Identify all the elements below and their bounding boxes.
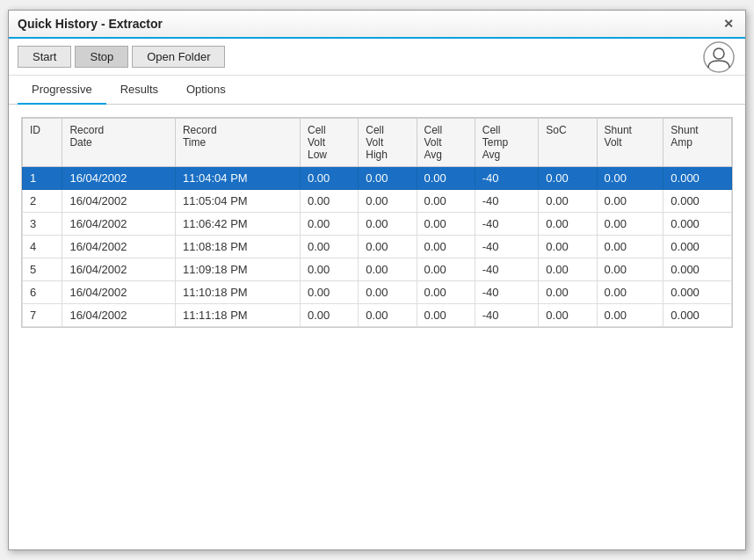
table-row[interactable]: 116/04/200211:04:04 PM0.000.000.00-400.0… [23, 167, 732, 190]
col-header-cell-temp-avg: CellTempAvg [475, 119, 539, 167]
cell-cell_volt_avg: 0.00 [417, 258, 475, 281]
start-button[interactable]: Start [18, 46, 71, 68]
cell-shunt_amp: 0.000 [663, 236, 732, 258]
col-header-soc: SoC [539, 119, 597, 167]
cell-soc: 0.00 [539, 281, 597, 304]
table-row[interactable]: 416/04/200211:08:18 PM0.000.000.00-400.0… [23, 236, 732, 258]
cell-id: 5 [23, 258, 62, 281]
cell-shunt_amp: 0.000 [663, 213, 732, 236]
cell-id: 1 [23, 167, 62, 190]
cell-cell_volt_low: 0.00 [301, 190, 359, 213]
cell-cell_volt_avg: 0.00 [417, 304, 475, 327]
cell-cell_volt_high: 0.00 [359, 304, 417, 327]
content-area: ID RecordDate RecordTime CellVoltLow Cel… [9, 105, 745, 549]
cell-cell_volt_low: 0.00 [301, 167, 359, 190]
tab-results[interactable]: Results [106, 76, 172, 105]
cell-record_date: 16/04/2002 [62, 213, 176, 236]
cell-cell_volt_avg: 0.00 [417, 236, 475, 258]
cell-id: 3 [23, 213, 62, 236]
cell-record_time: 11:05:04 PM [175, 190, 300, 213]
cell-cell_volt_avg: 0.00 [417, 213, 475, 236]
tab-options[interactable]: Options [172, 76, 240, 105]
cell-id: 2 [23, 190, 62, 213]
cell-cell_temp_avg: -40 [475, 190, 539, 213]
tabs-bar: Progressive Results Options [9, 76, 745, 105]
col-header-shunt-amp: ShuntAmp [663, 119, 732, 167]
cell-cell_temp_avg: -40 [475, 304, 539, 327]
cell-cell_volt_high: 0.00 [359, 213, 417, 236]
cell-cell_volt_avg: 0.00 [417, 167, 475, 190]
main-window: Quick History - Extractor ✕ Start Stop O… [8, 10, 746, 550]
cell-cell_volt_high: 0.00 [359, 281, 417, 304]
stop-button[interactable]: Stop [75, 46, 128, 68]
toolbar: Start Stop Open Folder [9, 39, 745, 76]
cell-cell_temp_avg: -40 [475, 236, 539, 258]
table-body: 116/04/200211:04:04 PM0.000.000.00-400.0… [23, 167, 732, 327]
cell-id: 6 [23, 281, 62, 304]
cell-shunt_volt: 0.00 [597, 213, 663, 236]
cell-shunt_amp: 0.000 [663, 304, 732, 327]
cell-shunt_volt: 0.00 [597, 236, 663, 258]
cell-cell_volt_high: 0.00 [359, 167, 417, 190]
window-title: Quick History - Extractor [18, 17, 163, 31]
table-row[interactable]: 316/04/200211:06:42 PM0.000.000.00-400.0… [23, 213, 732, 236]
cell-soc: 0.00 [539, 213, 597, 236]
cell-shunt_volt: 0.00 [597, 190, 663, 213]
cell-cell_volt_low: 0.00 [301, 258, 359, 281]
cell-shunt_volt: 0.00 [597, 304, 663, 327]
title-bar: Quick History - Extractor ✕ [9, 11, 745, 39]
open-folder-button[interactable]: Open Folder [132, 46, 225, 68]
table-row[interactable]: 216/04/200211:05:04 PM0.000.000.00-400.0… [23, 190, 732, 213]
cell-id: 7 [23, 304, 62, 327]
col-header-record-time: RecordTime [175, 119, 300, 167]
cell-cell_volt_high: 0.00 [359, 236, 417, 258]
avatar-icon [703, 41, 735, 73]
table-row[interactable]: 716/04/200211:11:18 PM0.000.000.00-400.0… [23, 304, 732, 327]
col-header-record-date: RecordDate [62, 119, 176, 167]
cell-shunt_volt: 0.00 [597, 281, 663, 304]
cell-cell_temp_avg: -40 [475, 213, 539, 236]
data-table-container: ID RecordDate RecordTime CellVoltLow Cel… [21, 117, 733, 328]
cell-record_time: 11:04:04 PM [175, 167, 300, 190]
cell-cell_volt_high: 0.00 [359, 190, 417, 213]
cell-soc: 0.00 [539, 304, 597, 327]
cell-record_time: 11:06:42 PM [175, 213, 300, 236]
cell-soc: 0.00 [539, 258, 597, 281]
cell-id: 4 [23, 236, 62, 258]
cell-cell_volt_avg: 0.00 [417, 281, 475, 304]
cell-shunt_volt: 0.00 [597, 258, 663, 281]
cell-record_date: 16/04/2002 [62, 167, 176, 190]
close-button[interactable]: ✕ [721, 16, 736, 32]
cell-record_time: 11:09:18 PM [175, 258, 300, 281]
cell-soc: 0.00 [539, 236, 597, 258]
cell-cell_volt_avg: 0.00 [417, 190, 475, 213]
cell-cell_temp_avg: -40 [475, 258, 539, 281]
cell-shunt_amp: 0.000 [663, 281, 732, 304]
col-header-id: ID [23, 119, 62, 167]
cell-record_date: 16/04/2002 [62, 258, 176, 281]
cell-record_time: 11:10:18 PM [175, 281, 300, 304]
cell-record_time: 11:08:18 PM [175, 236, 300, 258]
col-header-cell-volt-high: CellVoltHigh [359, 119, 417, 167]
cell-record_date: 16/04/2002 [62, 281, 176, 304]
cell-cell_temp_avg: -40 [475, 281, 539, 304]
cell-cell_volt_high: 0.00 [359, 258, 417, 281]
tab-progressive[interactable]: Progressive [18, 76, 106, 105]
cell-record_date: 16/04/2002 [62, 304, 176, 327]
cell-cell_volt_low: 0.00 [301, 213, 359, 236]
table-header: ID RecordDate RecordTime CellVoltLow Cel… [23, 119, 732, 167]
cell-cell_temp_avg: -40 [475, 167, 539, 190]
cell-soc: 0.00 [539, 190, 597, 213]
table-row[interactable]: 516/04/200211:09:18 PM0.000.000.00-400.0… [23, 258, 732, 281]
col-header-cell-volt-low: CellVoltLow [301, 119, 359, 167]
cell-record_date: 16/04/2002 [62, 236, 176, 258]
col-header-shunt-volt: ShuntVolt [597, 119, 663, 167]
cell-shunt_amp: 0.000 [663, 190, 732, 213]
table-row[interactable]: 616/04/200211:10:18 PM0.000.000.00-400.0… [23, 281, 732, 304]
cell-cell_volt_low: 0.00 [301, 281, 359, 304]
cell-shunt_volt: 0.00 [597, 167, 663, 190]
col-header-cell-volt-avg: CellVoltAvg [417, 119, 475, 167]
cell-cell_volt_low: 0.00 [301, 304, 359, 327]
cell-shunt_amp: 0.000 [663, 167, 732, 190]
svg-point-1 [714, 48, 724, 59]
